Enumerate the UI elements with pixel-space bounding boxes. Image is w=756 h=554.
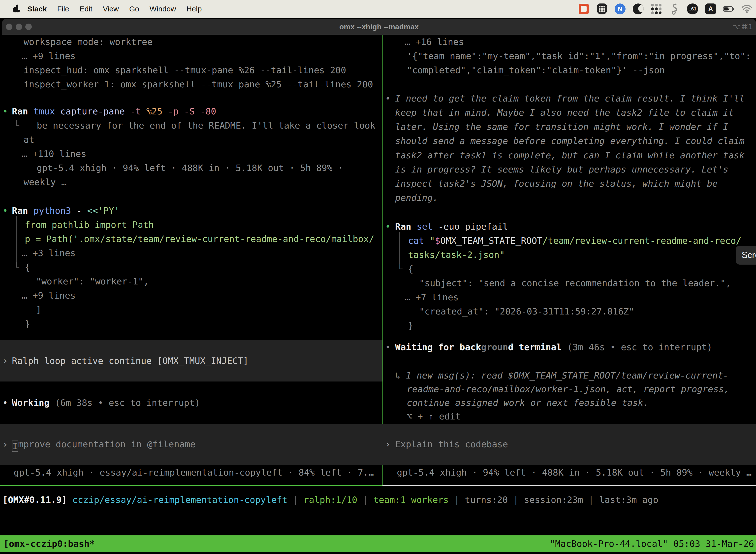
output-corner-connector: └ [14,260,19,274]
ran-label: Ran [12,206,28,216]
window-shortcut-badge: ⌥⌘1 [732,19,753,35]
output-line: { [408,262,414,276]
log-line: "completed","claim_token":"claim-token"}… [407,63,665,77]
output-corner-connector: └ [397,262,402,276]
thinking-line: pending. [395,190,438,205]
left-pane-status-line: gpt-5.4 xhigh · essay/ai-reimplementatio… [14,465,374,480]
right-pane-bottom-border [382,485,756,486]
ran-label: Ran [395,221,411,232]
omx-status-line: [OMX#0.11.9] cczip/essay/ai-reimplementa… [2,493,658,507]
desktop: { "menu_bar": { "app_name": "Slack", "it… [0,0,756,554]
log-line: inspect_worker-1: omx sparkshell --tmux-… [23,77,373,91]
log-line: inspect_hud: omx sparkshell --tmux-pane … [23,63,346,77]
prompt-chevron-icon: › [2,437,8,451]
window-title-bar: omx --xhigh --madmax ⌥⌘1 [2,19,756,35]
output-line: … +3 lines [22,246,76,260]
output-line: gpt-5.4 xhigh · 94% left · 488K in · 5.1… [37,161,343,175]
mailbox-notice-line: readme-and-reco/mailbox/worker-1.json, a… [407,382,729,396]
tmux-session-window[interactable]: [omx-cczip0:bash* [3,535,95,552]
output-line: weekly … [23,175,66,189]
working-bullet-icon: • [2,396,8,410]
command-line-python: Ran python3 - <<'PY' [12,204,120,218]
blue-app-icon[interactable] [614,3,626,15]
code-line: p = Path('.omx/state/team/review-current… [25,232,374,246]
prompt-placeholder[interactable]: Explain this codebase [395,437,508,451]
apple-menu-icon[interactable] [11,4,21,14]
log-line: '{"team_name":"my-team","task_id":"1","f… [407,49,751,63]
terminal-area: workspace_mode: worktree … +9 lines insp… [0,35,756,486]
output-line: } [25,317,30,331]
tmux-host-clock: "MacBook-Pro-44.local" 05:03 31-Mar-26 [550,535,754,552]
waiting-status: Waiting for background terminal (3m 46s … [395,340,712,354]
output-line: "worker": "worker-1", [36,274,149,288]
code-line: from pathlib import Path [25,218,154,232]
ran-label: Ran [12,106,28,116]
right-pane-status-line: gpt-5.4 xhigh · 94% left · 488K in · 5.1… [397,465,752,480]
screen-share-tooltip: Scre [736,246,756,265]
left-prompt-input[interactable]: › Improve documentation in @filename [0,424,382,465]
menu-item-help[interactable]: Help [187,5,202,13]
output-line: "subject": "send a concise recommendatio… [419,276,731,290]
ralph-loop-text: Ralph loop active continue [OMX_TMUX_INJ… [12,354,249,368]
menu-item-window[interactable]: Window [149,5,176,13]
waiting-bullet-icon: • [385,340,391,354]
menu-bar: Slack File Edit View Go Window Help [0,0,756,18]
omx-ralph-counter: ralph:1/10 [304,495,358,505]
prompt-placeholder[interactable]: Improve documentation in @filename [12,437,195,451]
input-source-icon[interactable]: A [705,3,716,15]
chevron-icon: › [2,354,8,368]
output-line: … +9 lines [22,288,76,302]
menu-status-icons: ..61 A [578,0,753,18]
code-line: tasks/task-2.json" [408,248,505,262]
battery-icon[interactable] [723,3,735,15]
menu-app-name[interactable]: Slack [27,5,47,13]
thinking-line: keep that in mind. Maybe I also need the… [395,106,734,120]
menu-item-edit[interactable]: Edit [80,5,92,13]
mailbox-notice-line: continue assigned work or next feasible … [407,396,649,410]
left-pane-bottom-border [0,485,382,486]
crescent-app-icon[interactable] [632,3,644,15]
badge-61-icon[interactable]: ..61 [687,3,698,15]
grid-dots-icon[interactable] [650,3,662,15]
thinking-line: is in progress? It seems likely but perh… [395,162,729,176]
log-line: … +9 lines [22,49,76,63]
tmux-status-bar: [omx-cczip0:bash* "MacBook-Pro-44.local"… [0,535,756,552]
thinking-line: inspect task2's JSON, focusing on the st… [395,176,717,190]
menu-item-file[interactable]: File [57,5,69,13]
screen-record-indicator-icon[interactable] [578,3,589,15]
output-line: be necessary for the end of the README. … [37,118,375,132]
code-line: cat "$OMX_TEAM_STATE_ROOT/team/review-cu… [408,233,741,248]
omx-last-activity: last:3m ago [599,495,658,505]
edit-shortcut-hint: ⌥ + ↑ edit [407,409,460,424]
pane-divider[interactable] [382,35,383,486]
run-bullet-icon: • [385,219,391,233]
omx-turns: turns:20 [465,495,508,505]
omx-session-time: session:23m [524,495,583,505]
right-prompt-input[interactable]: › Explain this codebase [382,424,756,465]
wifi-icon[interactable] [741,3,753,15]
command-line-set: Ran set -euo pipefail [395,219,508,233]
log-line: workspace_mode: worktree [23,35,152,49]
menu-item-view[interactable]: View [103,5,119,13]
code-block-connector-line [16,216,17,263]
output-line: … +7 lines [405,290,459,304]
run-bullet-icon: • [2,204,8,218]
prompt-chevron-icon: › [385,437,391,451]
omx-branch: cczip/essay/ai-reimplementation-copyleft [72,495,288,505]
thinking-line: should send a message before completing … [395,134,745,148]
output-line: at [23,132,34,147]
thinking-line: later. Using the same for transition mig… [395,120,729,134]
omx-version-badge: [OMX#0.11.9] [2,495,67,505]
squiggle-utility-icon[interactable] [669,3,680,15]
output-corner-connector: └ [14,118,19,132]
mailbox-notice-line: ↳ 1 new msg(s): read $OMX_TEAM_STATE_ROO… [395,368,729,383]
run-bullet-icon: • [2,104,8,118]
thinking-line: task2 after task1 is complete, but can I… [395,148,745,162]
log-line: … +16 lines [405,35,464,49]
menu-item-go[interactable]: Go [129,5,139,13]
output-line: } [408,319,414,333]
working-status: Working (6m 38s • esc to interrupt) [12,396,200,410]
thinking-bullet-icon: • [385,91,391,106]
password-manager-icon[interactable] [596,3,608,15]
code-block-connector-line [399,232,400,264]
